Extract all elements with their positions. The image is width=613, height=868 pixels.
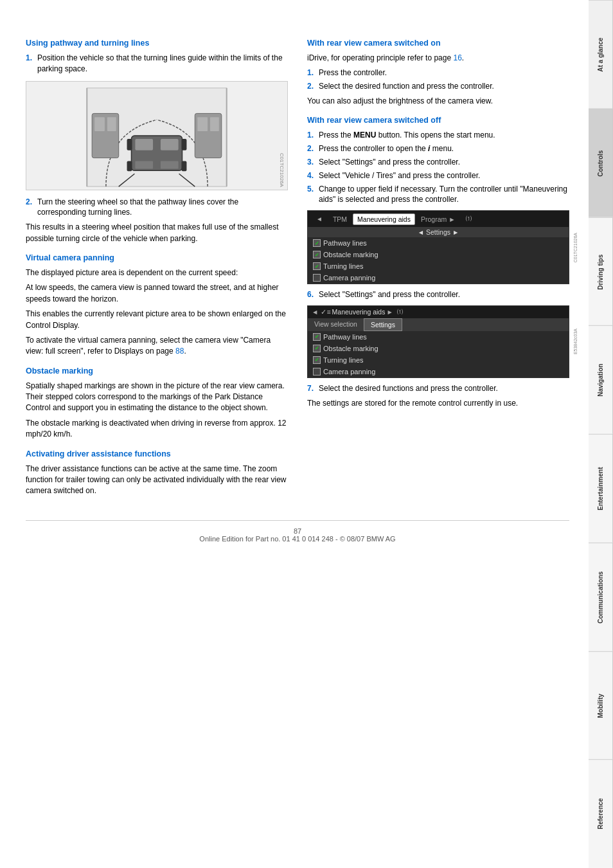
step-number: 2. [307,81,316,92]
tab-communications[interactable]: Communications [589,543,613,651]
step-number: 2. [26,197,35,219]
checkbox-pathway-2: ✓ [313,333,321,341]
ui-maneuvering[interactable]: Maneuvering aids [353,213,415,225]
car-diagram: C01TC21026A [26,81,288,190]
checkbox-turning: ✓ [313,262,321,270]
page-number: 87 [294,527,301,535]
step-text: Press the controller. [319,68,569,78]
list-item: 2. Press the controller to open the i me… [307,143,569,154]
footer-text: Online Edition for Part no. 01 41 0 014 … [199,535,395,543]
body-text: The displayed picture area is dependent … [26,267,288,278]
tab-mobility[interactable]: Mobility [589,651,613,760]
screenshot-1-label: C01TC21026A [569,210,581,284]
step-number: 5. [307,184,316,206]
step-number: 3. [307,157,316,168]
ui-menu-camera-pan: □ Camera panning [308,272,569,284]
checkbox-camera: □ [313,274,321,282]
step-number: 6. [307,289,316,300]
tab-reference[interactable]: Reference [589,759,613,868]
menu-label: Obstacle marking [323,251,378,258]
svg-rect-8 [127,139,132,150]
tab-driving-tips[interactable]: Driving tips [589,217,613,326]
list-item: 6. Select "Settings" and press the contr… [307,289,569,300]
page-link[interactable]: 16 [453,53,461,62]
side-tabs: At a glance Controls Driving tips Naviga… [589,0,613,868]
tab-at-a-glance[interactable]: At a glance [589,0,613,109]
step-number: 7. [307,383,316,394]
body-text: This enables the currently relevant pict… [26,309,288,331]
ui-menu-turning: ✓ Turning lines [308,260,569,272]
tab-navigation[interactable]: Navigation [589,325,613,434]
step-text: Change to upper field if necessary. Turn… [319,184,569,206]
ui-program: Program ► [416,213,460,225]
ui-screenshot-2-wrapper: ◄ ✓≡ Maneuvering aids ► ⑴ View selection… [307,305,569,378]
step-text: Press the controller to open the i menu. [319,143,569,154]
svg-rect-18 [197,117,208,131]
list-item: 4. Select "Vehicle / Tires" and press th… [307,170,569,181]
svg-rect-16 [107,117,116,131]
ui-checkmark-icon: ✓≡ [321,308,330,316]
ui-tabs: View selection Settings [308,318,569,331]
heading-camera-on: With rear view camera switched on [307,39,569,48]
ui-info2: ⑴ [397,308,403,316]
step-number: 1. [307,68,316,78]
menu-label: Camera panning [323,368,375,375]
step-text: Select the desired function and press th… [319,81,569,92]
heading-pathway: Using pathway and turning lines [26,39,288,48]
tab-settings[interactable]: Settings [364,318,402,331]
ui-menu-camera-pan-2: □ Camera panning [308,366,569,377]
svg-rect-4 [135,139,153,150]
ui-menu-obstacle: ✓ Obstacle marking [308,249,569,260]
ui-screenshot-1-wrapper: ◄ TPM Maneuvering aids Program ► ⑴ ◄ Set… [307,210,569,284]
svg-rect-9 [182,139,187,150]
body-text: At low speeds, the camera view is panned… [26,282,288,305]
step-text: Select "Settings" and press the controll… [319,289,569,300]
menu-label: Turning lines [323,262,364,270]
ui-maneuvering2: Maneuvering aids [332,308,386,316]
ui-arrow-left: ◄ [312,213,327,224]
ui-bar2-right: ► [386,308,393,316]
body-text: This results in a steering wheel positio… [26,222,288,244]
svg-rect-10 [127,161,132,171]
step-number: 1. [26,53,35,75]
step-text: Turn the steering wheel so that the path… [37,197,288,219]
tab-controls[interactable]: Controls [589,109,613,217]
list-item: 2. Turn the steering wheel so that the p… [26,197,288,219]
tab-entertainment[interactable]: Entertainment [589,434,613,543]
body-text: The driver assistance functions can be a… [26,464,288,497]
page-footer: 87 Online Edition for Part no. 01 41 0 0… [26,520,569,543]
ui-tpm: TPM [328,213,351,225]
heading-obstacle: Obstacle marking [26,366,288,375]
right-column: With rear view camera switched on iDrive… [307,39,569,501]
menu-label: Pathway lines [323,239,367,247]
body-text: iDrive, for operating principle refer to… [307,53,569,64]
screenshot-2-label: E53842c03A [569,305,581,378]
checkbox-pathway: ✓ [313,239,321,247]
step-text: Position the vehicle so that the turning… [37,53,288,75]
page-link[interactable]: 88 [175,347,184,356]
diagram-label: C01TC21026A [279,153,285,187]
ui-info: ⑴ [461,213,476,225]
ui-menu-obstacle-2: ✓ Obstacle marking [308,343,569,354]
ui-menu-pathway-2: ✓ Pathway lines [308,331,569,343]
body-text: To activate the virtual camera panning, … [26,335,288,357]
svg-rect-6 [135,161,153,168]
svg-rect-5 [161,139,179,150]
menu-label: Camera panning [323,274,375,282]
ui-menu-pathway: ✓ Pathway lines [308,237,569,249]
heading-camera-off: With rear view camera switched off [307,116,569,125]
body-text: Spatially shaped markings are shown in t… [26,381,288,414]
list-item: 1. Press the MENU button. This opens the… [307,130,569,141]
heading-activating: Activating driver assistance functions [26,449,288,458]
checkbox-obstacle-2: ✓ [313,345,321,352]
list-item: 1. Press the controller. [307,68,569,78]
list-item: 1. Position the vehicle so that the turn… [26,53,288,75]
svg-rect-19 [210,117,219,131]
body-text-stored: The settings are stored for the remote c… [307,398,569,409]
tab-view-selection[interactable]: View selection [308,318,364,331]
step-text: Select "Vehicle / Tires" and press the c… [319,170,569,181]
list-item: 2. Select the desired function and press… [307,81,569,92]
list-item: 7. Select the desired functions and pres… [307,383,569,394]
body-text: The obstacle marking is deactivated when… [26,418,288,440]
ui-bar-2: ◄ ✓≡ Maneuvering aids ► ⑴ [308,306,569,318]
